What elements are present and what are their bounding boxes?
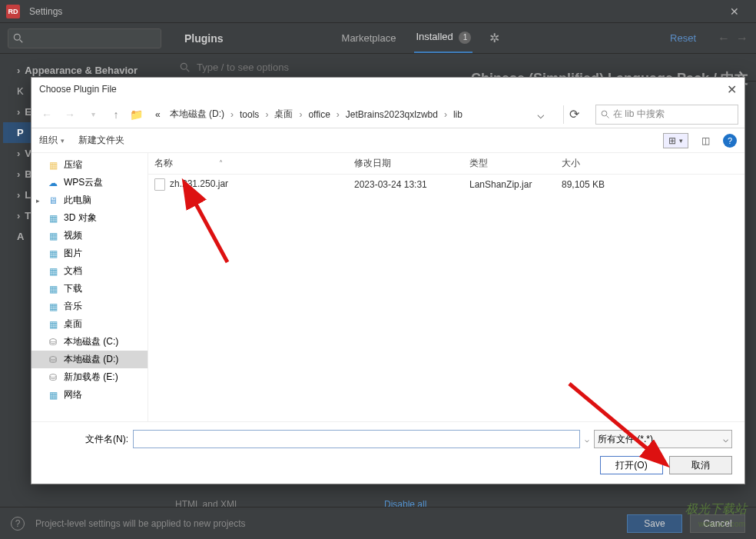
close-icon[interactable]: ✕ (719, 5, 750, 18)
crumb-4[interactable]: office (305, 108, 333, 121)
nav-forward-icon[interactable]: → (736, 32, 748, 45)
svg-point-0 (14, 34, 20, 40)
new-folder-button[interactable]: 新建文件夹 (78, 134, 124, 147)
gen-icon: ▦ (47, 389, 59, 401)
file-row[interactable]: zh.231.250.jar2023-03-24 13:31LanShanZip… (148, 175, 744, 195)
search-icon (13, 33, 24, 44)
refresh-icon[interactable]: ⟳ (563, 105, 585, 124)
page-title: Plugins (184, 32, 224, 45)
list-header[interactable]: 名称˄ 修改日期 类型 大小 (148, 153, 744, 175)
svg-line-1 (20, 39, 23, 42)
tree-item[interactable]: ⛁本地磁盘 (C:) (32, 333, 148, 351)
nav-back-icon[interactable]: ← (718, 32, 730, 45)
search-icon (601, 110, 610, 119)
dialog-close-icon[interactable]: ✕ (727, 82, 737, 97)
tree-item-label: 新加载卷 (E:) (64, 371, 118, 384)
crumb-6[interactable]: lib (450, 108, 466, 121)
filename-input[interactable] (133, 430, 580, 448)
tab-installed[interactable]: Installed 1 (414, 23, 472, 53)
gen-icon: ▦ (47, 230, 59, 242)
crumb-1[interactable]: 本地磁盘 (D:) (167, 106, 227, 122)
organize-menu[interactable]: 组织 (39, 134, 65, 147)
col-date[interactable]: 修改日期 (348, 157, 463, 170)
view-details-icon[interactable]: ⊞ ▾ (663, 133, 688, 148)
file-icon (154, 178, 165, 191)
tree-item[interactable]: ▦音乐 (32, 298, 148, 315)
nav-forward-icon[interactable]: → (61, 105, 79, 124)
dialog-navbar: ← → ▾ ↑ 📁 « 本地磁盘 (D:)› tools› 桌面› office… (32, 101, 744, 128)
settings-search-input[interactable] (8, 28, 161, 48)
dialog-title: Choose Plugin File (39, 84, 117, 95)
disk-icon: ⛁ (47, 354, 59, 366)
col-size[interactable]: 大小 (555, 157, 632, 170)
tree-item-label: 视频 (64, 229, 82, 242)
search-icon (180, 62, 191, 73)
tree-item[interactable]: ⛁新加载卷 (E:) (32, 368, 148, 386)
tree-item-label: 图片 (64, 247, 82, 260)
svg-line-3 (187, 68, 190, 72)
tree-item[interactable]: ☁WPS云盘 (32, 174, 148, 191)
tree-item-label: 网络 (64, 388, 82, 401)
tree-item-label: WPS云盘 (64, 176, 103, 189)
gen-icon: ▦ (47, 283, 59, 295)
tree-item-label: 音乐 (64, 300, 82, 313)
tab-marketplace[interactable]: Marketplace (340, 25, 398, 52)
nav-arrows: ← → (718, 32, 748, 45)
chevron-down-icon[interactable]: ▾ (84, 105, 102, 124)
tree-item-label: 下载 (64, 282, 82, 295)
reset-button[interactable]: Reset (670, 32, 696, 44)
crumb-2[interactable]: tools (237, 108, 262, 121)
save-button[interactable]: Save (627, 514, 682, 533)
gen-icon: ▦ (47, 212, 59, 225)
tree-item[interactable]: ▦桌面 (32, 315, 148, 333)
tree-item[interactable]: ▦图片 (32, 245, 148, 262)
gen-icon: ▦ (47, 265, 59, 278)
tree-item[interactable]: ▦文档 (32, 262, 148, 280)
crumb-5[interactable]: JetBrains2023qxlzwbd (343, 108, 441, 121)
col-type[interactable]: 类型 (463, 157, 555, 170)
watermark-sub: www.xz7.com (698, 520, 745, 528)
file-list: 名称˄ 修改日期 类型 大小 zh.231.250.jar2023-03-24 … (148, 153, 744, 421)
tree-item[interactable]: ⛁本地磁盘 (D:) (32, 351, 148, 368)
filter-select[interactable]: 所有文件 (*.*) (594, 430, 732, 448)
window-title: Settings (29, 6, 62, 17)
svg-line-5 (607, 115, 609, 118)
col-name[interactable]: 名称˄ (148, 157, 348, 170)
gen-icon: ▦ (47, 301, 59, 313)
dialog-titlebar: Choose Plugin File ✕ (32, 78, 744, 101)
footer-note: Project-level settings will be applied t… (35, 518, 245, 529)
dialog-cancel-button[interactable]: 取消 (669, 456, 732, 474)
footer: ? Project-level settings will be applied… (0, 507, 756, 539)
crumb-root[interactable]: « (152, 108, 164, 121)
tree-item-label: 压缩 (64, 158, 82, 171)
tree-item[interactable]: ▦压缩 (32, 156, 148, 174)
dialog-search-input[interactable]: 在 lib 中搜索 (595, 105, 738, 125)
help-icon[interactable]: ? (723, 134, 737, 148)
crumb-3[interactable]: 桌面 (271, 106, 296, 122)
gear-icon[interactable]: ✲ (489, 31, 499, 45)
wps-icon: ☁ (47, 177, 59, 189)
tree-item[interactable]: ▦视频 (32, 227, 148, 245)
titlebar: RD Settings ✕ (0, 0, 756, 23)
tree-item-label: 文档 (64, 265, 82, 278)
breadcrumb[interactable]: « 本地磁盘 (D:)› tools› 桌面› office› JetBrain… (152, 106, 532, 122)
gen-icon: ▦ (47, 248, 59, 260)
open-button[interactable]: 打开(O) (600, 456, 663, 474)
installed-count-badge: 1 (459, 32, 471, 44)
breadcrumb-dropdown-icon[interactable]: ⌵ (537, 107, 559, 121)
search-placeholder: 在 lib 中搜索 (613, 108, 665, 121)
app-icon: RD (6, 5, 20, 18)
tree-item[interactable]: ▸🖥此电脑 (32, 191, 148, 209)
svg-point-4 (602, 111, 607, 116)
tree-item-label: 桌面 (64, 318, 82, 331)
folder-tree[interactable]: ▦压缩☁WPS云盘▸🖥此电脑▦3D 对象▦视频▦图片▦文档▦下载▦音乐▦桌面⛁本… (32, 153, 148, 421)
preview-pane-icon[interactable]: ◫ (696, 133, 715, 148)
nav-up-icon[interactable]: ↑ (107, 105, 125, 124)
nav-back-icon[interactable]: ← (38, 105, 56, 124)
file-dialog: Choose Plugin File ✕ ← → ▾ ↑ 📁 « 本地磁盘 (D… (31, 77, 745, 484)
tree-item[interactable]: ▦下载 (32, 280, 148, 298)
disk-icon: ⛁ (47, 371, 59, 384)
tree-item-label: 本地磁盘 (D:) (64, 353, 118, 366)
tree-item[interactable]: ▦网络 (32, 386, 148, 404)
tree-item[interactable]: ▦3D 对象 (32, 209, 148, 227)
